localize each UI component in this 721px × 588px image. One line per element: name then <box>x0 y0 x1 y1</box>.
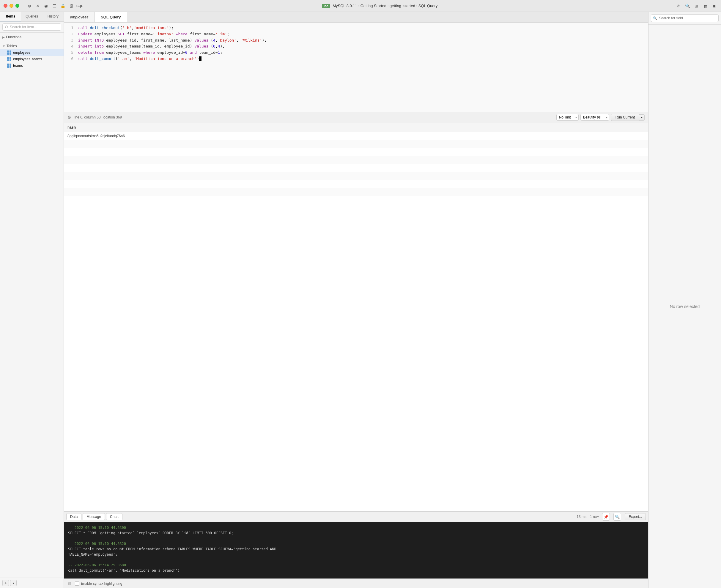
chevron-down-icon: ▼ <box>2 45 5 48</box>
line-num-2: 2 <box>67 31 74 37</box>
table-icon-2 <box>7 57 11 61</box>
tab-data[interactable]: Data <box>66 513 81 520</box>
results-info: 13 ms 1 row 📌 🔍 Export... <box>577 513 646 521</box>
minimize-button[interactable] <box>9 4 13 8</box>
preview-icon[interactable]: ◉ <box>43 3 49 9</box>
syntax-label: Enable syntax highlighting <box>81 582 122 586</box>
run-current-button[interactable]: Run Current <box>611 114 639 121</box>
titlebar-center: loc MySQL 8.0.11 : Getting Started : get… <box>84 4 675 8</box>
code-content-2: update employees SET first_name='Timothy… <box>78 31 645 37</box>
tab-message[interactable]: Message <box>83 513 105 520</box>
right-search-wrapper <box>651 14 719 22</box>
code-content-4: insert into employees_teams(team_id, emp… <box>78 43 645 49</box>
tables-section: ▼ Tables employees emplo <box>0 42 64 70</box>
close-tab-icon[interactable]: ✕ <box>35 3 41 9</box>
employees-teams-label: employees_teams <box>13 57 42 61</box>
maximize-button[interactable] <box>16 4 19 8</box>
log-timestamp-1: -- 2022-06-06 15:10:44.6300 <box>68 525 644 530</box>
table-row-empty-4 <box>64 164 648 172</box>
search-results-button[interactable]: 🔍 <box>614 513 621 521</box>
main-layout: Items Queries History ▶ Functions ▼ Tabl… <box>0 12 721 588</box>
code-line-4: 4 insert into employees_teams(team_id, e… <box>64 43 648 49</box>
titlebar-left-icons: ⊛ ✕ ◉ ☰ 🔒 🗄 SQL <box>26 3 84 9</box>
log-entry-2: -- 2022-06-06 15:10:44.6320 SELECT table… <box>68 541 644 557</box>
log-entry-1: -- 2022-06-06 15:10:44.6300 SELECT * FRO… <box>68 525 644 536</box>
log-query-2: SELECT table_rows as count FROM informat… <box>68 546 644 557</box>
code-content-3: insert INTO employees (id, first_name, l… <box>78 37 645 44</box>
table-row-empty-6 <box>64 180 648 188</box>
code-line-1: 1 call dolt_checkout('-b','modifications… <box>64 25 648 31</box>
tab-sql-query[interactable]: SQL Query <box>95 12 127 22</box>
table-row-empty-1 <box>64 140 648 148</box>
search-icon[interactable]: 🔍 <box>684 3 691 9</box>
tab-chart[interactable]: Chart <box>106 513 122 520</box>
limit-select-wrapper: No limit 100 500 1000 <box>556 114 579 121</box>
functions-header[interactable]: ▶ Functions <box>0 34 64 40</box>
layout-icon[interactable]: ▣ <box>711 3 717 9</box>
sidebar-item-employees-teams[interactable]: employees_teams <box>0 56 64 62</box>
sidebar-toggle-icon[interactable]: ▦ <box>702 3 708 9</box>
tables-label: Tables <box>6 44 17 48</box>
syntax-toggle-bar: 🗑 Enable syntax highlighting <box>64 579 648 588</box>
status-bar: ⚙ line 6, column 53, location 369 No lim… <box>64 112 648 123</box>
tab-employees[interactable]: employees <box>64 12 95 22</box>
pin-button[interactable]: 📌 <box>602 513 610 521</box>
log-timestamp-2: -- 2022-06-06 15:10:44.6320 <box>68 541 644 546</box>
sidebar-search-area <box>0 22 64 33</box>
log-area[interactable]: -- 2022-06-06 15:10:44.6300 SELECT * FRO… <box>64 522 648 579</box>
code-editor[interactable]: 1 call dolt_checkout('-b','modifications… <box>64 23 648 112</box>
expand-button[interactable]: ▾ <box>10 580 17 586</box>
sidebar-item-teams[interactable]: teams <box>0 62 64 69</box>
sidebar-search-input[interactable] <box>2 23 61 30</box>
titlebar: ⊛ ✕ ◉ ☰ 🔒 🗄 SQL loc MySQL 8.0.11 : Getti… <box>0 0 721 12</box>
run-button-group: Run Current ▾ <box>611 114 645 121</box>
right-panel: No row selected <box>648 12 721 588</box>
table-row-empty-5 <box>64 172 648 180</box>
center-panel: employees SQL Query 1 call dolt_checkout… <box>64 12 648 588</box>
tab-queries[interactable]: Queries <box>21 12 42 21</box>
run-dropdown-button[interactable]: ▾ <box>639 114 645 121</box>
add-item-button[interactable]: + <box>2 580 9 586</box>
tables-header[interactable]: ▼ Tables <box>0 43 64 49</box>
sidebar-item-employees[interactable]: employees <box>0 49 64 56</box>
hash-column-header: hash <box>64 123 648 132</box>
line-num-3: 3 <box>67 37 74 44</box>
beautify-select[interactable]: Beautify ⌘I <box>580 114 609 121</box>
table-icon-3 <box>7 64 11 68</box>
tab-items[interactable]: Items <box>0 12 21 21</box>
code-line-5: 5 delete from employees_teams where empl… <box>64 49 648 56</box>
table-row-empty-2 <box>64 148 648 156</box>
code-line-3: 3 insert INTO employees (id, first_name,… <box>64 37 648 44</box>
status-controls: No limit 100 500 1000 Beautify ⌘I Run Cu… <box>556 114 645 121</box>
export-button[interactable]: Export... <box>625 513 646 520</box>
tab-history[interactable]: History <box>42 12 64 21</box>
table-row[interactable]: 8gglbpnomudsirns6u2cjeitundq76a6 <box>64 132 648 140</box>
limit-select[interactable]: No limit 100 500 1000 <box>556 114 579 121</box>
sidebar-tabs: Items Queries History <box>0 12 64 22</box>
code-line-6: 6 call dolt_commit('-am', 'Modifications… <box>64 56 648 62</box>
code-content-6: call dolt_commit('-am', 'Modifications o… <box>78 56 645 62</box>
trash-icon[interactable]: 🗑 <box>67 581 71 586</box>
field-search-input[interactable] <box>651 14 719 22</box>
log-query-1: SELECT * FROM `getting_started`.`employe… <box>68 530 644 536</box>
syntax-checkbox[interactable] <box>75 582 79 586</box>
lock-icon[interactable]: 🔒 <box>60 3 66 9</box>
split-view-icon[interactable]: ⊞ <box>693 3 700 9</box>
employees-label: employees <box>13 50 30 55</box>
log-query-3: call dolt_commit('-am', 'Modifications o… <box>68 568 644 573</box>
list-icon[interactable]: ☰ <box>52 3 57 9</box>
results-table[interactable]: hash 8gglbpnomudsirns6u2cjeitundq76a6 <box>64 123 648 511</box>
close-button[interactable] <box>4 4 7 8</box>
cursor-info: line 6, column 53, location 369 <box>74 115 554 119</box>
refresh-icon[interactable]: ⟳ <box>675 3 682 9</box>
code-line-2: 2 update employees SET first_name='Timot… <box>64 31 648 37</box>
bookmark-icon[interactable]: ⊛ <box>26 3 33 9</box>
database-icon[interactable]: 🗄 <box>68 3 74 9</box>
line-num-6: 6 <box>67 56 74 62</box>
data-table: hash 8gglbpnomudsirns6u2cjeitundq76a6 <box>64 123 648 196</box>
beautify-select-wrapper: Beautify ⌘I <box>580 114 609 121</box>
titlebar-right-controls: ⟳ 🔍 ⊞ ▦ ▣ <box>675 3 717 9</box>
sql-badge: SQL <box>76 4 83 8</box>
right-search-area <box>648 12 721 25</box>
table-row-empty-3 <box>64 156 648 164</box>
